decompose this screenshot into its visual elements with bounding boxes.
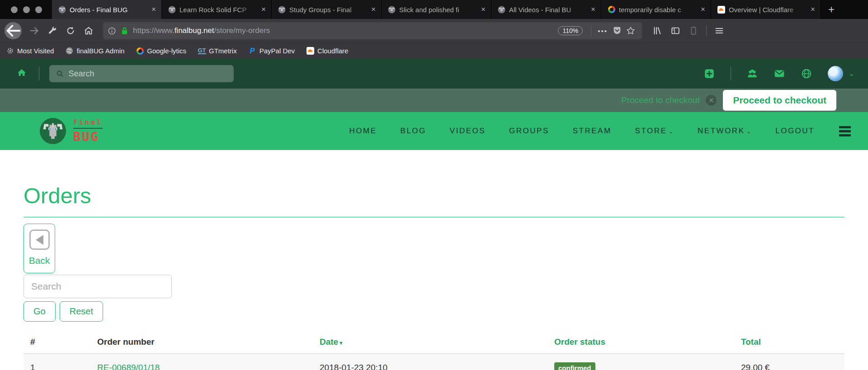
bookmark-item[interactable]: GT GTmetrix bbox=[198, 47, 237, 55]
browser-tab[interactable]: Orders - Final BUG × bbox=[52, 0, 162, 19]
column-header[interactable]: Order number▾ bbox=[90, 337, 313, 347]
store-back-button[interactable]: Back bbox=[24, 224, 55, 273]
nav-item-label: STORE bbox=[635, 126, 667, 135]
bug-favicon-icon bbox=[278, 6, 286, 14]
close-window-button[interactable] bbox=[11, 6, 18, 13]
column-header[interactable]: Total▾ bbox=[734, 337, 844, 347]
tab-close-icon[interactable]: × bbox=[700, 5, 706, 14]
nav-hamburger-icon[interactable] bbox=[839, 126, 851, 136]
column-header[interactable]: Date▾ bbox=[313, 337, 547, 347]
home-button[interactable] bbox=[80, 22, 98, 40]
nav-item-label: STREAM bbox=[573, 126, 612, 135]
tab-title: Study Groups - Final bbox=[289, 6, 367, 14]
column-header[interactable]: Order status▾ bbox=[547, 337, 734, 347]
gt-icon: GT bbox=[198, 47, 206, 55]
bookmark-item[interactable]: Most Visited bbox=[6, 47, 54, 55]
bookmark-item[interactable]: Cloudflare bbox=[307, 47, 348, 55]
orders-table-header: #▾ Order number▾ Date▾ Order status▾ Tot… bbox=[24, 333, 844, 353]
bookmark-star-icon[interactable] bbox=[624, 22, 637, 40]
tab-strip: Orders - Final BUG × Learn Rock Solid FC… bbox=[0, 0, 868, 19]
browser-tab[interactable]: All Videos - Final BU × bbox=[491, 0, 601, 19]
minimize-window-button[interactable] bbox=[23, 6, 30, 13]
bug-favicon-icon bbox=[388, 6, 396, 14]
reset-button[interactable]: Reset bbox=[60, 301, 103, 322]
go-button[interactable]: Go bbox=[24, 301, 56, 322]
main-navigation: final BUG HOME⌄ BLOG⌄ VIDEOS⌄ GROUPS⌄ ST… bbox=[0, 112, 868, 150]
bookmark-item[interactable]: finalBUG Admin bbox=[66, 47, 124, 55]
orders-table: #▾ Order number▾ Date▾ Order status▾ Tot… bbox=[24, 333, 844, 370]
orders-search-input[interactable] bbox=[24, 275, 172, 298]
browser-tab[interactable]: Overview | Cloudflare × bbox=[711, 0, 821, 19]
order-number-link[interactable]: RE-00689/01/18 bbox=[97, 363, 160, 370]
chevron-down-icon[interactable]: ⌄ bbox=[849, 70, 854, 78]
order-row[interactable]: 1 RE-00689/01/18 2018-01-23 20:10 confir… bbox=[24, 353, 844, 370]
back-button[interactable] bbox=[5, 22, 22, 39]
pocket-shield-icon[interactable] bbox=[610, 22, 624, 40]
add-post-icon[interactable] bbox=[703, 68, 715, 80]
proceed-to-checkout-button[interactable]: Proceed to checkout bbox=[723, 90, 836, 111]
tab-close-icon[interactable]: × bbox=[151, 5, 157, 14]
google-icon bbox=[136, 47, 144, 55]
site-home-icon[interactable] bbox=[16, 67, 27, 80]
messages-envelope-icon[interactable] bbox=[774, 68, 785, 80]
browser-tab[interactable]: Slick and polished fi × bbox=[382, 0, 491, 19]
nav-item-logout[interactable]: LOGOUT⌄ bbox=[775, 126, 815, 136]
column-header-label: Date bbox=[320, 337, 338, 347]
page-info-icon[interactable] bbox=[108, 27, 116, 35]
forward-arrow-icon bbox=[29, 26, 39, 36]
menu-hamburger-icon[interactable] bbox=[710, 22, 728, 40]
browser-tab[interactable]: Learn Rock Solid FCP × bbox=[162, 0, 272, 19]
tab-close-icon[interactable]: × bbox=[480, 5, 486, 14]
zoom-window-button[interactable] bbox=[35, 6, 42, 13]
browser-tab[interactable]: Study Groups - Final × bbox=[272, 0, 382, 19]
forward-button[interactable] bbox=[25, 22, 43, 40]
globe-network-icon[interactable] bbox=[801, 68, 812, 80]
url-bar[interactable]: https://www.finalbug.net/store/my-orders… bbox=[103, 22, 642, 39]
bookmark-item[interactable]: P PayPal Dev bbox=[249, 47, 295, 55]
site-logo[interactable]: final BUG bbox=[39, 117, 103, 145]
header-separator bbox=[39, 67, 39, 80]
wrench-icon bbox=[47, 26, 57, 36]
column-header-label: Order number bbox=[97, 337, 155, 347]
brand-final: final bbox=[73, 118, 103, 129]
toast-close-icon[interactable]: ✕ bbox=[706, 95, 717, 106]
library-icon[interactable] bbox=[648, 22, 666, 40]
order-index: 1 bbox=[24, 363, 90, 370]
nav-item-groups[interactable]: GROUPS⌄ bbox=[509, 126, 549, 136]
bug-favicon-icon bbox=[498, 6, 505, 14]
nav-item-videos[interactable]: VIDEOS⌄ bbox=[450, 126, 486, 136]
browser-tab[interactable]: temporarily disable c × bbox=[601, 0, 711, 19]
column-header-label: Total bbox=[741, 337, 761, 347]
nav-item-stream[interactable]: STREAM⌄ bbox=[573, 126, 612, 136]
page-actions-icon[interactable]: ••• bbox=[598, 27, 608, 35]
developer-tools-button[interactable] bbox=[43, 22, 61, 40]
header-separator bbox=[731, 67, 731, 80]
tab-close-icon[interactable]: × bbox=[260, 5, 267, 14]
site-search-box[interactable] bbox=[49, 65, 234, 82]
groups-icon[interactable] bbox=[746, 68, 758, 80]
site-search-input[interactable] bbox=[69, 69, 228, 79]
nav-item-blog[interactable]: BLOG⌄ bbox=[401, 126, 426, 136]
sidebar-toggle-icon[interactable] bbox=[666, 22, 684, 40]
nav-item-store[interactable]: STORE⌄ bbox=[635, 126, 674, 136]
tabs: Orders - Final BUG × Learn Rock Solid FC… bbox=[52, 0, 821, 19]
reload-button[interactable] bbox=[61, 22, 80, 40]
nav-item-home[interactable]: HOME⌄ bbox=[349, 126, 377, 136]
tab-title: Learn Rock Solid FCP bbox=[179, 6, 257, 14]
url-text[interactable]: https://www.finalbug.net/store/my-orders bbox=[133, 26, 558, 35]
tab-close-icon[interactable]: × bbox=[590, 5, 596, 14]
finalbug-logo-icon bbox=[39, 117, 67, 145]
bookmark-label: finalBUG Admin bbox=[76, 47, 124, 55]
send-to-device-icon[interactable] bbox=[684, 22, 703, 40]
column-header[interactable]: #▾ bbox=[24, 337, 90, 347]
nav-item-network[interactable]: NETWORK⌄ bbox=[698, 126, 752, 136]
user-avatar[interactable] bbox=[828, 66, 843, 81]
tab-close-icon[interactable]: × bbox=[370, 5, 377, 14]
lock-icon[interactable] bbox=[120, 27, 129, 35]
paypal-icon: P bbox=[249, 47, 256, 55]
cloudflare-icon bbox=[307, 47, 314, 55]
zoom-level-badge[interactable]: 110% bbox=[558, 26, 583, 35]
bookmark-item[interactable]: Google-lytics bbox=[136, 47, 186, 55]
tab-close-icon[interactable]: × bbox=[810, 5, 816, 14]
new-tab-button[interactable]: + bbox=[821, 0, 842, 19]
